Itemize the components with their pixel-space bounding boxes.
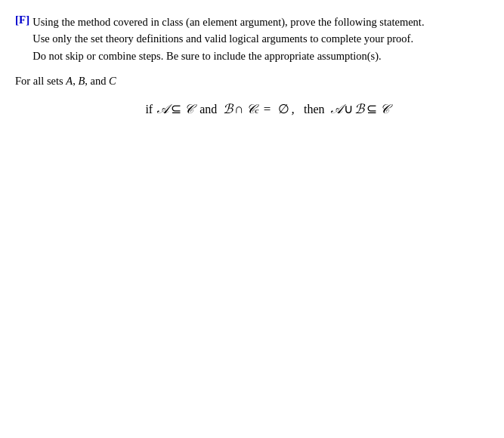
- math-subset2: ⊆: [366, 101, 377, 117]
- problem-block: [F] Using the method covered in class (a…: [15, 14, 489, 64]
- problem-label: [F]: [15, 14, 29, 26]
- math-comma: ,: [292, 102, 298, 117]
- math-union: ∪: [344, 101, 353, 117]
- math-complement: c: [255, 106, 259, 115]
- set-C-label: C: [109, 75, 116, 87]
- math-set-A2: 𝒜: [331, 102, 342, 117]
- and-text: and: [90, 75, 109, 87]
- math-subset1: ⊆: [171, 101, 181, 117]
- page-container: [F] Using the method covered in class (a…: [0, 0, 504, 438]
- math-set-C2: 𝒞: [246, 102, 255, 117]
- instruction-line2: Use only the set theory definitions and …: [32, 30, 424, 47]
- math-set-C1: 𝒞: [184, 102, 193, 117]
- math-statement: if 𝒜 ⊆ 𝒞 and ℬ ∩ 𝒞c = ∅ , then 𝒜 ∪ ℬ ⊆ 𝒞: [15, 101, 489, 117]
- instruction-line1: Using the method covered in class (an el…: [32, 14, 424, 30]
- instruction-line3: Do not skip or combine steps. Be sure to…: [32, 48, 424, 64]
- kw-and: and: [199, 103, 217, 116]
- for-all-text: For all sets: [15, 75, 66, 87]
- set-B-label: B: [78, 75, 85, 87]
- comma1: ,: [73, 75, 76, 87]
- math-set-B2: ℬ: [354, 101, 364, 117]
- math-equals: =: [260, 102, 274, 117]
- problem-text: Using the method covered in class (an el…: [32, 14, 424, 64]
- for-all-line: For all sets A, B, and C: [15, 75, 489, 88]
- kw-if: if: [145, 103, 153, 116]
- kw-then: then: [304, 103, 325, 116]
- math-emptyset: ∅: [278, 101, 289, 117]
- math-set-B: ℬ: [223, 101, 233, 117]
- math-set-C3: 𝒞: [379, 102, 389, 117]
- math-intersect: ∩: [234, 102, 243, 117]
- math-set-A1: 𝒜: [157, 102, 169, 117]
- set-A-label: A: [66, 75, 73, 87]
- comma2: ,: [85, 75, 88, 87]
